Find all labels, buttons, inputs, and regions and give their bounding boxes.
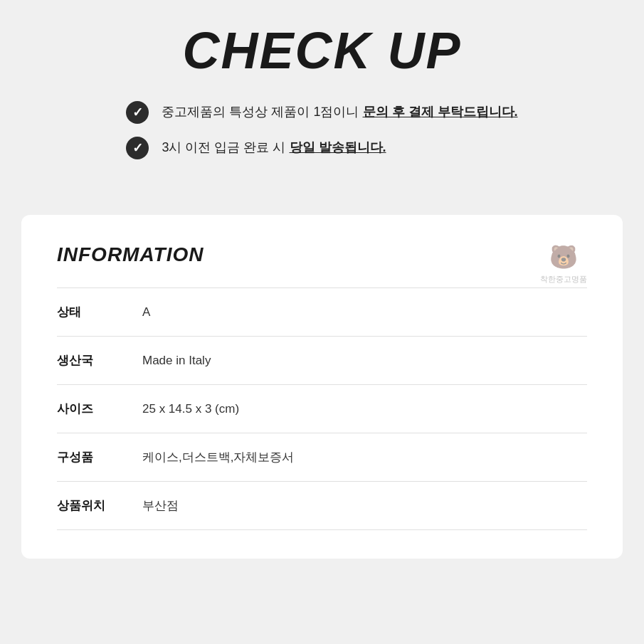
check-icon-2 bbox=[126, 137, 149, 159]
checkup-item-2: 3시 이전 입금 완료 시 당일 발송됩니다. bbox=[126, 137, 517, 159]
information-table: 상태 A 생산국 Made in Italy 사이즈 25 x 14.5 x 3… bbox=[57, 287, 587, 530]
value-location: 부산점 bbox=[142, 482, 587, 530]
brand-text: 착한중고명품 bbox=[540, 275, 587, 283]
checkup-section: CHECK UP 중고제품의 특성상 제품이 1점이니 문의 후 결제 부탁드립… bbox=[0, 0, 644, 201]
value-size: 25 x 14.5 x 3 (cm) bbox=[142, 385, 587, 433]
table-row: 상태 A bbox=[57, 288, 587, 337]
label-origin: 생산국 bbox=[57, 337, 142, 385]
checkup-items: 중고제품의 특성상 제품이 1점이니 문의 후 결제 부탁드립니다. 3시 이전… bbox=[126, 101, 517, 172]
information-title: INFORMATION bbox=[57, 243, 587, 266]
table-row: 사이즈 25 x 14.5 x 3 (cm) bbox=[57, 385, 587, 433]
table-row: 구성품 케이스,더스트백,자체보증서 bbox=[57, 433, 587, 482]
checkup-text-1: 중고제품의 특성상 제품이 1점이니 문의 후 결제 부탁드립니다. bbox=[162, 103, 517, 121]
label-location: 상품위치 bbox=[57, 482, 142, 530]
checkup-item-1: 중고제품의 특성상 제품이 1점이니 문의 후 결제 부탁드립니다. bbox=[126, 101, 517, 124]
value-status: A bbox=[142, 288, 587, 337]
label-size: 사이즈 bbox=[57, 385, 142, 433]
information-card: INFORMATION 🐻 착한중고명품 상태 A 생산국 Made in It… bbox=[21, 215, 623, 559]
table-row: 상품위치 부산점 bbox=[57, 482, 587, 530]
value-components: 케이스,더스트백,자체보증서 bbox=[142, 433, 587, 482]
check-icon-1 bbox=[126, 101, 149, 124]
value-origin: Made in Italy bbox=[142, 337, 587, 385]
brand-watermark: 🐻 착한중고명품 bbox=[540, 243, 587, 285]
label-status: 상태 bbox=[57, 288, 142, 337]
table-row: 생산국 Made in Italy bbox=[57, 337, 587, 385]
checkup-title: CHECK UP bbox=[43, 21, 601, 80]
bear-icon: 🐻 bbox=[540, 243, 587, 270]
checkup-text-2: 3시 이전 입금 완료 시 당일 발송됩니다. bbox=[162, 139, 386, 157]
page-wrapper: CHECK UP 중고제품의 특성상 제품이 1점이니 문의 후 결제 부탁드립… bbox=[0, 0, 644, 580]
label-components: 구성품 bbox=[57, 433, 142, 482]
